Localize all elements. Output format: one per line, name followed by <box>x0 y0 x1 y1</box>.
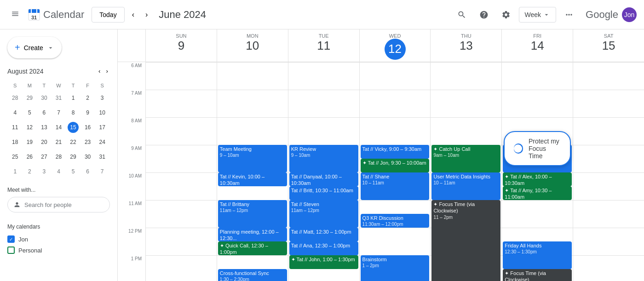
mini-cal-day[interactable]: 2 <box>81 91 95 105</box>
event-title: ✦ Catch Up Call <box>433 146 499 152</box>
mini-cal-day[interactable]: 13 <box>37 120 51 134</box>
apps-button[interactable] <box>560 6 578 24</box>
event-title: Tat // Kevin, 10:00 – 10:30am <box>220 173 285 186</box>
mini-cal-day[interactable]: 3 <box>37 165 51 178</box>
mini-cal-day[interactable]: 4 <box>52 165 66 178</box>
mini-cal-day[interactable]: 29 <box>23 91 37 105</box>
mini-cal-day[interactable]: 4 <box>8 106 22 120</box>
mini-cal-day[interactable]: 28 <box>8 91 22 105</box>
mini-cal-day[interactable]: 20 <box>37 135 51 149</box>
calendar-event[interactable]: Q3 KR Discussion11:30am – 12:00pm <box>361 214 430 228</box>
mini-cal-day[interactable]: 21 <box>52 135 66 149</box>
search-people-input[interactable]: Search for people <box>7 197 110 212</box>
mini-cal-day[interactable]: 7 <box>52 106 66 120</box>
mini-cal-day[interactable]: 15 <box>66 120 80 134</box>
prev-arrow[interactable]: ‹ <box>128 7 138 23</box>
mini-cal-day[interactable]: 26 <box>23 150 37 164</box>
calendar-event[interactable]: Tat // Brittany11am – 12pm <box>218 200 287 228</box>
calendar-event[interactable]: KR Review9 – 10am <box>289 145 358 172</box>
mini-cal-day[interactable]: 5 <box>23 106 37 120</box>
view-selector[interactable]: Week <box>519 7 557 23</box>
calendar-checkbox-jon[interactable]: ✓ <box>7 235 15 243</box>
calendar-event[interactable]: ✦ Tat // Alex, 10:00 – 10:30am <box>503 172 572 186</box>
mini-cal-day[interactable]: 28 <box>52 150 66 164</box>
calendar-event[interactable]: ✦ Tat // Amy, 10:30 – 11:00am <box>503 186 572 200</box>
time-label: 7 AM <box>118 90 145 117</box>
mini-cal-day[interactable]: 22 <box>66 135 80 149</box>
calendar-event[interactable]: ✦ Catch Up Call9am – 10am <box>431 145 500 172</box>
mini-cal-day[interactable]: 30 <box>37 91 51 105</box>
mini-cal-day[interactable]: 23 <box>81 135 95 149</box>
next-arrow[interactable]: › <box>142 7 151 23</box>
create-button[interactable]: + Create <box>7 37 62 58</box>
google-logo: Google <box>586 9 618 21</box>
calendar-event[interactable]: ✦ Focus Time (via Clockwise)11 – 2pm <box>431 200 500 281</box>
calendar-event[interactable]: Tat // Steven11am – 12pm <box>289 200 358 228</box>
mini-cal-prev[interactable]: ‹ <box>97 66 102 76</box>
mini-cal-day[interactable]: 1 <box>66 91 80 105</box>
mini-cal-day[interactable]: 19 <box>23 135 37 149</box>
calendar-event[interactable]: ✦ Focus Time (via Clockwise)1:30 – 4:30p… <box>503 269 572 281</box>
event-time: 11am – 12pm <box>291 207 356 213</box>
calendar-event[interactable]: Tat // Kevin, 10:00 – 10:30am <box>218 172 287 186</box>
mini-cal-next[interactable]: › <box>104 66 110 76</box>
calendar-checkbox-personal[interactable] <box>7 247 15 254</box>
calendar-event[interactable]: Tat // Danyaal, 10:00 – 10:30am <box>289 172 358 186</box>
settings-button[interactable] <box>497 6 515 24</box>
day-col-wed: Tat // Vicky, 9:00 – 9:30am✦ Tat // Jon,… <box>359 62 431 281</box>
mini-cal-day[interactable]: 6 <box>81 165 95 178</box>
calendar-event[interactable]: Tat // Matt, 12:30 – 1:00pm <box>289 228 358 241</box>
mini-cal-day[interactable]: 17 <box>95 120 109 134</box>
mini-cal-day[interactable]: 3 <box>95 91 109 105</box>
mini-cal-day[interactable]: 16 <box>81 120 95 134</box>
time-label: 10 AM <box>118 172 145 200</box>
toggle-switch[interactable] <box>514 143 523 154</box>
mini-cal-day[interactable]: 31 <box>52 91 66 105</box>
day-col-tue: KR Review9 – 10amTat // Danyaal, 10:00 –… <box>288 62 359 281</box>
calendar-event[interactable]: Cross-functional Sync1:30 – 2:30pm <box>218 269 287 281</box>
avatar[interactable]: Jon <box>622 7 637 22</box>
calendar-item-jon[interactable]: ✓ Jon <box>7 234 110 245</box>
calendar-event[interactable]: Team Meeting9 – 10am <box>218 145 287 172</box>
mini-cal-day[interactable]: 27 <box>37 150 51 164</box>
menu-button[interactable] <box>7 6 23 23</box>
search-button[interactable] <box>453 6 471 24</box>
mini-cal-day[interactable]: 31 <box>95 150 109 164</box>
mini-cal-day[interactable]: 6 <box>37 106 51 120</box>
calendar-event[interactable]: Tat // Vicky, 9:00 – 9:30am <box>361 145 430 159</box>
day-header-sun: SUN 9 <box>145 29 217 62</box>
calendar-event[interactable]: ✦ Tat // John, 1:00 – 1:30pm <box>289 255 358 269</box>
time-label: 6 AM <box>118 62 145 90</box>
mini-cal-day[interactable]: 29 <box>66 150 80 164</box>
calendar-event[interactable]: Tat // Ana, 12:30 – 1:00pm <box>289 241 358 255</box>
mini-cal-day[interactable]: 12 <box>23 120 37 134</box>
mini-cal-day[interactable]: 1 <box>8 165 22 178</box>
event-title: Tat // Shane <box>362 173 428 180</box>
app-title: Calendar <box>43 9 84 21</box>
calendar-event[interactable]: Friday All Hands12:30 – 1:30pm <box>503 241 572 269</box>
mini-cal-day[interactable]: 9 <box>81 106 95 120</box>
mini-cal-day[interactable]: 14 <box>52 120 66 134</box>
time-label: 11 AM <box>118 200 145 228</box>
mini-cal-day[interactable]: 5 <box>66 165 80 178</box>
calendar-event[interactable]: User Metric Data Insights10 – 11am <box>431 172 500 200</box>
mini-cal-day[interactable]: 30 <box>81 150 95 164</box>
calendar-event[interactable]: Brainstorm1 – 2pm <box>361 255 430 281</box>
help-button[interactable] <box>475 6 493 24</box>
calendar-event[interactable]: ✦ Tat // Jon, 9:30 – 10:00am <box>361 159 430 172</box>
calendar-event[interactable]: Tat // Britt, 10:30 – 11:00am <box>289 186 358 200</box>
mini-cal-day[interactable]: 2 <box>23 165 37 178</box>
today-button[interactable]: Today <box>92 7 124 23</box>
focus-time-toggle[interactable]: Protect my Focus Time <box>504 131 571 166</box>
mini-cal-day[interactable]: 18 <box>8 135 22 149</box>
calendar-event[interactable]: Tat // Shane10 – 11am <box>361 172 430 200</box>
calendar-item-personal[interactable]: Personal <box>7 245 110 256</box>
mini-cal-day[interactable]: 24 <box>95 135 109 149</box>
mini-cal-day[interactable]: 7 <box>95 165 109 178</box>
calendar-event[interactable]: ✦ Quick Call, 12:30 – 1:00pm <box>218 241 287 255</box>
mini-cal-day[interactable]: 25 <box>8 150 22 164</box>
mini-cal-day[interactable]: 10 <box>95 106 109 120</box>
mini-cal-day[interactable]: 11 <box>8 120 22 134</box>
calendar-event[interactable]: Planning meeting, 12:00 – 12:30... <box>218 228 287 241</box>
mini-cal-day[interactable]: 8 <box>66 106 80 120</box>
